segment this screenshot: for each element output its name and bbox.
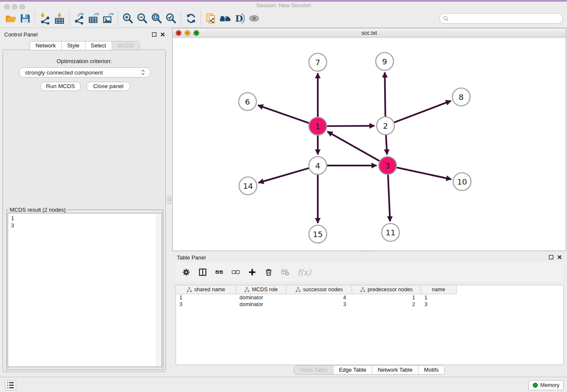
cell-name[interactable]: 1	[421, 294, 457, 301]
node-14[interactable]: 14	[239, 177, 257, 195]
memory-button[interactable]: Memory	[528, 380, 564, 390]
cell-successor-nodes[interactable]: 4	[286, 294, 352, 301]
network-zoom-icon[interactable]	[193, 30, 199, 36]
show-all-networks-icon[interactable]	[218, 11, 232, 26]
node-4[interactable]: 4	[309, 157, 327, 174]
save-session-icon[interactable]	[18, 11, 32, 26]
edge-3-11[interactable]	[388, 174, 390, 221]
node-15[interactable]: 15	[309, 225, 327, 243]
task-history-button[interactable]	[5, 380, 16, 390]
criterion-dropdown[interactable]: strongly connected component	[19, 67, 151, 77]
toolbar-separator	[69, 11, 69, 26]
tab-network[interactable]: Network	[30, 41, 61, 50]
export-image-icon[interactable]	[101, 11, 115, 26]
window-title: Session: New Session	[256, 2, 311, 8]
node-9[interactable]: 9	[376, 52, 394, 70]
column-label: MCDS role	[252, 287, 278, 293]
edge-2-8[interactable]	[394, 101, 451, 123]
node-7[interactable]: 7	[309, 53, 327, 71]
edge-2-9[interactable]	[385, 72, 385, 117]
edge-3-1[interactable]	[328, 132, 380, 161]
hide-panels-icon[interactable]	[247, 11, 261, 26]
node-8[interactable]: 8	[452, 88, 470, 106]
column-header-shared-name[interactable]: shared name	[176, 285, 236, 294]
table-tab-motifs[interactable]: Motifs	[418, 366, 444, 374]
tab-mcds[interactable]: MCDS	[112, 41, 139, 50]
result-scrollbar[interactable]	[156, 213, 162, 367]
node-2[interactable]: 2	[377, 117, 394, 135]
window-titlebar: Session: New Session	[0, 2, 567, 9]
mcds-result-list[interactable]: 13	[8, 213, 162, 367]
export-network-icon[interactable]	[72, 11, 86, 26]
cell-shared-name[interactable]: 1	[176, 294, 236, 301]
node-3[interactable]: 3	[379, 157, 396, 174]
cell-mcds-role[interactable]: dominator	[236, 301, 286, 308]
node-10[interactable]: 10	[453, 173, 471, 190]
manage-networks-icon[interactable]	[204, 11, 218, 26]
open-session-icon[interactable]	[3, 11, 18, 26]
float-panel-icon[interactable]	[549, 255, 553, 259]
column-header-mcds-role[interactable]: MCDS role	[236, 285, 286, 294]
zoom-in-icon[interactable]	[121, 11, 135, 26]
network-close-icon[interactable]	[176, 30, 182, 36]
export-table-icon[interactable]	[86, 11, 101, 26]
network-canvas[interactable]: 1234678910111415	[173, 38, 566, 251]
mcds-result-group: MCDS result (2 nodes) 13	[6, 207, 163, 370]
network-window-titlebar[interactable]: scc.txt	[173, 28, 566, 39]
deselect-all-columns-icon[interactable]	[231, 268, 240, 277]
table-tab-node-table[interactable]: Node Table	[294, 366, 333, 374]
delete-column-icon[interactable]	[264, 268, 273, 277]
vertical-splitter-handle[interactable]	[168, 196, 171, 204]
cell-predecessor-nodes[interactable]: 1	[352, 294, 421, 301]
table-tab-edge-table[interactable]: Edge Table	[333, 366, 372, 374]
zoom-out-icon[interactable]	[135, 11, 149, 26]
import-table-icon[interactable]	[52, 11, 66, 26]
node-label: 4	[315, 161, 320, 170]
node-11[interactable]: 11	[382, 224, 399, 241]
apply-layout-icon[interactable]	[184, 11, 198, 26]
node-label: 10	[457, 177, 467, 186]
close-panel-icon[interactable]	[160, 32, 165, 37]
close-panel-icon[interactable]	[557, 255, 562, 259]
clear-table-icon[interactable]	[281, 268, 290, 277]
column-header-name[interactable]: name	[421, 285, 457, 294]
edge-1-2[interactable]	[326, 126, 374, 126]
edge-3-10[interactable]	[396, 167, 451, 179]
table-row[interactable]: 1dominator411	[176, 294, 457, 301]
cell-predecessor-nodes[interactable]: 2	[352, 301, 421, 308]
table-settings-icon[interactable]	[182, 268, 191, 277]
table-tab-network-table[interactable]: Network Table	[372, 366, 418, 374]
mcds-result-item[interactable]: 1	[8, 213, 162, 222]
edge-2-3[interactable]	[386, 134, 387, 155]
add-column-icon[interactable]	[248, 268, 257, 277]
node-1[interactable]: 1	[309, 117, 327, 135]
apply-function-icon[interactable]: f(x)	[297, 268, 311, 277]
edge-1-6[interactable]	[258, 105, 310, 124]
result-lines: 13	[8, 213, 162, 229]
zoom-selected-icon[interactable]	[164, 11, 178, 26]
tab-select[interactable]: Select	[85, 41, 112, 50]
cell-name[interactable]: 3	[421, 301, 457, 308]
search-input[interactable]	[449, 15, 562, 22]
node-table[interactable]: shared name MCDS role successor nodes pr…	[176, 285, 564, 365]
diffusion-icon[interactable]: D	[232, 11, 247, 26]
zoom-fit-icon[interactable]	[149, 11, 164, 26]
edge-4-14[interactable]	[259, 168, 310, 183]
import-network-icon[interactable]	[38, 11, 52, 26]
column-header-predecessor-nodes[interactable]: predecessor nodes	[352, 285, 421, 294]
tab-style[interactable]: Style	[61, 41, 85, 50]
run-mcds-button[interactable]: Run MCDS	[40, 82, 81, 91]
network-minimize-icon[interactable]	[184, 30, 190, 36]
cell-mcds-role[interactable]: dominator	[236, 294, 286, 301]
table-row[interactable]: 3dominator323	[176, 301, 457, 308]
column-header-successor-nodes[interactable]: successor nodes	[286, 285, 352, 294]
select-all-columns-icon[interactable]	[215, 268, 224, 277]
mcds-result-item[interactable]: 3	[8, 222, 162, 229]
close-panel-button[interactable]: Close panel	[86, 82, 130, 91]
cell-shared-name[interactable]: 3	[176, 301, 236, 308]
cell-successor-nodes[interactable]: 3	[286, 301, 352, 308]
node-6[interactable]: 6	[239, 93, 256, 110]
float-panel-icon[interactable]	[152, 32, 157, 37]
show-column-panel-icon[interactable]	[198, 268, 207, 277]
search-field[interactable]	[439, 13, 563, 24]
